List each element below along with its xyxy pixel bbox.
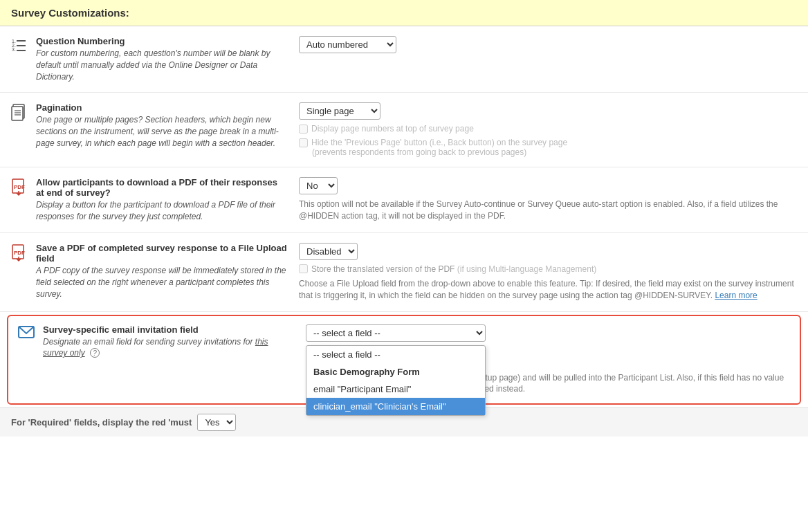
pagination-desc: One page or multiple pages? Section head… [36,114,288,149]
question-numbering-label: Question Numbering [36,36,125,46]
email-invitation-label: Survey-specific email invitation field [43,324,199,335]
allow-pdf-select[interactable]: No Yes [299,177,338,194]
store-translated-label: Store the translated version of the PDF … [311,264,596,274]
save-pdf-label: Save a PDF of completed survey response … [36,243,287,264]
email-field-dropdown-menu[interactable]: -- select a field -- Basic Demography Fo… [306,345,486,416]
email-invitation-label-col: Survey-specific email invitation field D… [43,324,306,360]
bottom-bar-label: For 'Required' fields, display the red '… [11,417,192,428]
allow-pdf-icon: PDF [11,177,36,199]
save-pdf-desc: A PDF copy of the survey response will b… [36,265,288,300]
list-numbered-icon: 1. 2. 3. [11,36,36,55]
pagination-checkbox-prev-sublabel: (prevents respondents from going back to… [299,147,797,157]
save-pdf-select[interactable]: Disabled Enabled [299,243,358,260]
question-numbering-control: Auto numbered Custom numbered [299,36,797,53]
question-numbering-select[interactable]: Auto numbered Custom numbered [299,36,396,53]
pagination-checkbox-page-numbers: Display page numbers at top of survey pa… [299,124,797,134]
store-translated-checkbox[interactable] [299,264,308,273]
pagination-checkbox-prev-button: Hide the 'Previous Page' button (i.e., B… [299,138,797,147]
allow-pdf-note: This option will not be available if the… [299,199,797,222]
email-field-select[interactable]: -- select a field -- [306,324,486,342]
save-pdf-control: Disabled Enabled Store the translated ve… [299,243,797,302]
allow-pdf-label-col: Allow participants to download a PDF of … [36,177,299,223]
dropdown-item-clinician-email[interactable]: clinician_email "Clinician's Email" [306,398,485,415]
pagination-label-col: Pagination One page or multiple pages? S… [36,102,299,149]
dropdown-item-participant-email[interactable]: email "Participant Email" [306,380,485,398]
allow-pdf-desc: Display a button for the participant to … [36,199,288,223]
dropdown-item-group-basic-demography: Basic Demography Form [306,363,485,380]
pagination-icon [11,102,36,124]
email-invitation-desc: Designate an email field for sending sur… [43,336,295,360]
this-survey-only-link[interactable]: this survey only [43,337,268,358]
question-numbering-desc: For custom numbering, each question's nu… [36,48,288,82]
section-save-pdf: PDF Save a PDF of completed survey respo… [0,233,808,312]
question-mark-badge[interactable]: ? [90,348,100,358]
content: 1. 2. 3. Question Numbering For custom n… [0,26,808,437]
pagination-control: Single page Multiple pages Display page … [299,102,797,157]
page-header: Survey Customizations: [0,0,808,26]
save-pdf-label-col: Save a PDF of completed survey response … [36,243,299,300]
email-invitation-control: -- select a field -- -- select a field -… [306,324,790,396]
checkbox-prev-button[interactable] [299,138,308,147]
section-allow-pdf: PDF Allow participants to download a PDF… [0,167,808,233]
save-pdf-note: Choose a File Upload field from the drop… [299,278,797,302]
svg-text:PDF: PDF [14,184,25,190]
svg-text:3.: 3. [12,47,16,52]
allow-pdf-control: No Yes This option will not be available… [299,177,797,222]
email-field-dropdown-container: -- select a field -- -- select a field -… [306,324,790,342]
bottom-bar-select[interactable]: Yes No [197,414,236,431]
section-email-invitation: Survey-specific email invitation field D… [7,315,801,405]
save-pdf-icon: PDF [11,243,36,264]
learn-more-link[interactable]: Learn more [715,291,757,300]
pagination-select[interactable]: Single page Multiple pages [299,102,380,120]
section-question-numbering: 1. 2. 3. Question Numbering For custom n… [0,26,808,93]
dropdown-item-default[interactable]: -- select a field -- [306,346,485,363]
section-pagination: Pagination One page or multiple pages? S… [0,93,808,167]
checkbox-page-numbers[interactable] [299,125,308,134]
svg-text:PDF: PDF [14,250,25,256]
svg-rect-7 [12,107,23,120]
allow-pdf-label: Allow participants to download a PDF of … [36,177,277,198]
email-invitation-icon [18,324,43,342]
question-numbering-label-col: Question Numbering For custom numbering,… [36,36,299,82]
page-title: Survey Customizations: [11,7,797,19]
pagination-label: Pagination [36,102,82,113]
